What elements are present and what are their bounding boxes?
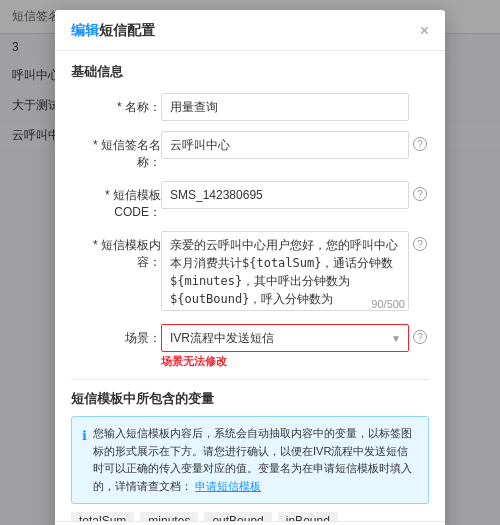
variables-section: 短信模板中所包含的变量 ℹ 您输入短信模板内容后，系统会自动抽取内容中的变量，以… (71, 379, 429, 521)
scene-field-row: 场景： IVR流程中发送短信 ▼ 场景无法修改 ? (71, 324, 429, 369)
sign-control: ? (161, 131, 409, 159)
code-field-row: * 短信模板CODE： ? (71, 181, 429, 221)
dialog-title: 编辑短信配置 (71, 22, 155, 40)
sign-field-row: * 短信签名名称： ? (71, 131, 429, 171)
name-field-row: * 名称： (71, 93, 429, 121)
code-label: * 短信模板CODE： (71, 181, 161, 221)
name-input[interactable] (161, 93, 409, 121)
sign-help-icon[interactable]: ? (413, 137, 427, 151)
dialog-footer: 确定 取消 (55, 521, 445, 525)
code-input[interactable] (161, 181, 409, 209)
info-box: ℹ 您输入短信模板内容后，系统会自动抽取内容中的变量，以标签图标的形式展示在下方… (71, 416, 429, 504)
scene-select-wrapper: IVR流程中发送短信 ▼ (161, 324, 409, 352)
dialog-title-prefix: 编辑 (71, 22, 99, 38)
content-label: * 短信模板内容： (71, 231, 161, 271)
scene-select[interactable]: IVR流程中发送短信 (161, 324, 409, 352)
content-field-row: * 短信模板内容： 亲爱的云呼叫中心用户您好，您的呼叫中心本月消费共计${tot… (71, 231, 429, 314)
scene-label: 场景： (71, 324, 161, 347)
content-control: 亲爱的云呼叫中心用户您好，您的呼叫中心本月消费共计${totalSum}，通话分… (161, 231, 409, 314)
tag-totalSum: totalSum (71, 512, 134, 521)
close-button[interactable]: × (420, 23, 429, 39)
name-label: * 名称： (71, 93, 161, 116)
info-icon: ℹ (82, 426, 87, 447)
dialog-header: 编辑短信配置 × (55, 10, 445, 51)
sms-config-dialog: 编辑短信配置 × 基础信息 * 名称： * 短信签名名称： ? * 短信模板CO… (55, 10, 445, 525)
tag-minutes: minutes (140, 512, 198, 521)
scene-help-icon[interactable]: ? (413, 330, 427, 344)
tag-inBound: inBound (278, 512, 338, 521)
info-text: 您输入短信模板内容后，系统会自动抽取内容中的变量，以标签图标的形式展示在下方。请… (93, 425, 418, 495)
dialog-title-text: 短信配置 (99, 22, 155, 38)
code-help-icon[interactable]: ? (413, 187, 427, 201)
name-control (161, 93, 409, 121)
scene-control: IVR流程中发送短信 ▼ 场景无法修改 ? (161, 324, 409, 369)
variables-tags: totalSum minutes outBound inBound (71, 512, 429, 521)
dialog-body: 基础信息 * 名称： * 短信签名名称： ? * 短信模板CODE： ? (55, 51, 445, 521)
variables-section-title: 短信模板中所包含的变量 (71, 390, 429, 408)
sign-label: * 短信签名名称： (71, 131, 161, 171)
section-basic-title: 基础信息 (71, 63, 429, 81)
scene-error-message: 场景无法修改 (161, 354, 409, 369)
tag-outBound: outBound (204, 512, 271, 521)
content-help-icon[interactable]: ? (413, 237, 427, 251)
info-link[interactable]: 申请短信模板 (195, 480, 261, 492)
content-count: 90/500 (371, 298, 405, 310)
sign-input[interactable] (161, 131, 409, 159)
code-control: ? (161, 181, 409, 209)
